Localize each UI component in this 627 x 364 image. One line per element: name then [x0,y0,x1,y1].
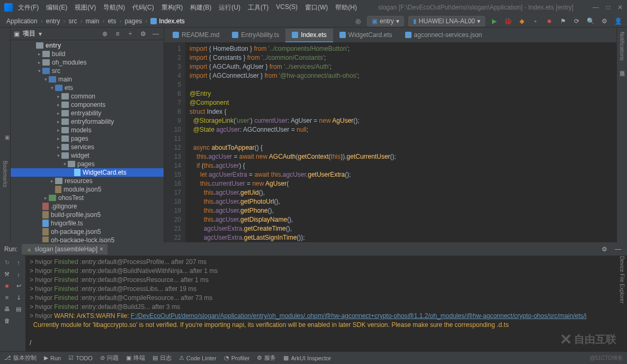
run-icon[interactable]: ▶ [489,16,499,26]
minimize-icon[interactable]: — [593,4,599,11]
status-item[interactable]: ◔Profiler [224,354,250,362]
breadcrumb-item[interactable]: ets [105,17,118,25]
tree-row[interactable]: ▾pages [11,160,164,168]
tree-row[interactable]: ▾widget [11,151,164,160]
notifications-icon[interactable]: Notifications [619,32,625,60]
status-item[interactable]: ▶Run [44,354,61,362]
status-item[interactable]: ▦ArkUI Inspector [283,354,331,362]
tree-row[interactable]: oh-package.json5 [11,228,164,236]
tree-row[interactable]: ▸resources [11,177,164,185]
tree-row[interactable]: module.json5 [11,185,164,194]
down-icon[interactable]: ↓ [14,269,23,279]
search-icon[interactable]: 🔍 [586,16,595,26]
tree-row[interactable]: ▸oh_modules [11,58,164,67]
filter-icon[interactable]: ▤ [14,304,23,314]
status-item[interactable]: ⊘问题 [100,354,119,362]
project-tool-icon[interactable]: ▣ [4,134,10,140]
breadcrumb-item[interactable]: src [66,17,79,25]
avatar-icon[interactable]: 👤 [613,16,623,26]
target-icon[interactable]: ⊕ [100,29,110,39]
tree-row[interactable]: ▾src [11,67,164,75]
debug-icon[interactable]: 🐞 [503,16,513,26]
run-config-dropdown[interactable]: ▣ entry ▾ [367,16,404,26]
console-output[interactable]: > hvigor Finished :entry:default@Process… [25,256,627,351]
layout-icon[interactable]: ≡ [2,293,12,302]
tree-row[interactable]: ▾main [11,75,164,84]
editor-tab[interactable]: Index.ets [285,29,333,42]
up-icon[interactable]: ↑ [14,258,23,267]
project-tree[interactable]: entry▸build▸oh_modules▾src▾main▾ets▸comm… [11,40,164,242]
breadcrumb-item[interactable]: main [83,17,101,25]
menu-item[interactable]: 工具(T) [246,3,271,12]
print-icon[interactable]: 🖶 [2,304,12,314]
status-item[interactable]: ⎇版本控制 [4,354,37,362]
menu-item[interactable]: 视图(V) [73,3,98,12]
stop-icon[interactable]: ■ [544,16,554,26]
wrap-icon[interactable]: ↩ [14,281,23,290]
tree-row[interactable]: ▸common [11,92,164,101]
settings-icon[interactable]: ⚙ [599,244,609,254]
profiler-icon[interactable]: ▪ [531,16,540,26]
scroll-icon[interactable]: ⤓ [14,293,23,302]
tree-row[interactable]: ▾ets [11,84,164,92]
maximize-icon[interactable]: □ [606,4,610,11]
close-tab-icon[interactable]: × [100,245,103,253]
settings-icon[interactable]: ⚙ [138,29,148,39]
editor-tab[interactable]: WidgetCard.ets [333,29,399,42]
menu-item[interactable]: VCS(S) [274,3,300,12]
run-tab[interactable]: ▲ slogan [assembleHap] × [22,244,108,254]
compass-icon[interactable]: ◎ [353,16,363,26]
tree-row[interactable]: entry [11,41,164,50]
status-item[interactable]: ⚠Code Linter [179,354,217,362]
menu-item[interactable]: 代码(C) [130,3,156,12]
breadcrumb-item[interactable]: pages [122,17,144,25]
menu-item[interactable]: 运行(U) [217,3,243,12]
breadcrumb-item[interactable]: entry [44,17,62,25]
delete-icon[interactable]: 🗑 [2,316,12,325]
attach-icon[interactable]: ⚑ [558,16,568,26]
close-icon[interactable]: ✕ [617,4,623,11]
sync-icon[interactable]: ⟳ [572,16,581,26]
tree-row[interactable]: ▸entryformability [11,117,164,126]
device-dropdown[interactable]: ▮ HUAWEI LNA-AL00 ▾ [408,16,485,26]
menu-item[interactable]: 窗口(W) [303,3,330,12]
rerun-icon[interactable]: ↻ [2,258,12,267]
tree-row[interactable]: ▸entryability [11,109,164,117]
bookmarks-rail[interactable]: Bookmarks [0,159,10,189]
collapse-icon[interactable]: ÷ [126,29,135,39]
status-item[interactable]: ▤日志 [153,354,172,362]
tree-row[interactable]: ▸ohosTest [11,194,164,202]
tree-row[interactable]: WidgetCard.ets [11,168,164,177]
config-icon[interactable]: ⚒ [2,269,12,279]
menu-item[interactable]: 构建(B) [188,3,213,12]
tree-row[interactable]: ▸pages [11,134,164,143]
menu-item[interactable]: 文件(F) [16,3,41,12]
menu-item[interactable]: 帮助(H) [333,3,359,12]
code-area[interactable]: import { HomeButton } from '../component… [185,42,616,242]
menu-item[interactable]: 编辑(E) [44,3,69,12]
device-explorer-rail[interactable]: Device File Explorer [617,254,627,305]
menu-item[interactable]: 导航(N) [101,3,127,12]
editor-tab[interactable]: README.md [166,29,226,42]
expand-icon[interactable]: ≡ [113,29,122,39]
tree-row[interactable]: ▸components [11,101,164,109]
status-item[interactable]: ▣终端 [126,354,145,362]
hide-icon[interactable]: — [151,29,160,39]
editor-tab[interactable]: agconnect-services.json [399,29,489,42]
menu-item[interactable]: 重构(R) [159,3,185,12]
tree-row[interactable]: hvigorfile.ts [11,219,164,228]
status-item[interactable]: ⚙服务 [257,354,276,362]
tree-row[interactable]: ▸build [11,50,164,58]
tree-row[interactable]: ▸models [11,126,164,134]
tree-row[interactable]: ▸services [11,143,164,151]
breadcrumb-item[interactable]: Index.ets [148,17,187,25]
tree-row[interactable]: build-profile.json5 [11,211,164,219]
status-item[interactable]: ☑TODO [68,354,93,362]
tree-row[interactable]: oh-package-lock.json5 [11,236,164,242]
stop-icon[interactable]: ■ [2,281,12,290]
tree-row[interactable]: .gitignore [11,202,164,211]
chevron-down-icon[interactable]: ▾ [39,30,42,38]
settings-icon[interactable]: ⚙ [599,16,609,26]
editor-tab[interactable]: EntryAbility.ts [226,29,285,42]
coverage-icon[interactable]: ◆ [517,16,526,26]
